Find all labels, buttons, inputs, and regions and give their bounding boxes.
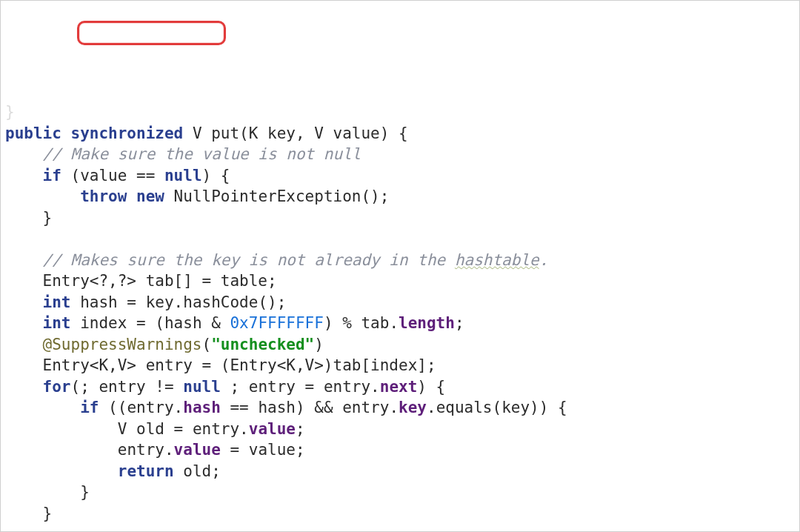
txt: ; entry = entry. (221, 378, 380, 396)
annotation: @SuppressWarnings (43, 336, 202, 353)
field-next: next (380, 378, 418, 396)
field-hash: hash (183, 399, 221, 416)
kw-null: null (164, 167, 202, 184)
code-line: Entry<?,?> tab[] = table; (43, 272, 277, 290)
indent (5, 314, 43, 332)
txt: ; (296, 420, 305, 438)
txt: ((entry. (99, 399, 183, 416)
indent-guide (5, 483, 43, 501)
indent (5, 505, 43, 522)
indent (5, 378, 43, 396)
kw-for: for (43, 378, 71, 396)
kw-return: return (118, 462, 174, 480)
kw-int: int (43, 314, 71, 332)
paren: ( (202, 336, 212, 353)
comment-dot: . (539, 251, 549, 269)
brace: } (43, 505, 53, 522)
indent (5, 336, 43, 353)
txt: ) { (417, 378, 445, 396)
indent (43, 187, 81, 205)
brace: } (43, 209, 53, 227)
txt: (value == (61, 167, 164, 184)
indent-guide (43, 441, 81, 459)
indent-guide (43, 462, 81, 480)
paren: ) (314, 336, 324, 353)
field-length: length (399, 314, 455, 332)
indent-guide (5, 187, 43, 205)
kw-null: null (183, 378, 221, 396)
indent-guide (5, 441, 43, 459)
comment-spellcheck-word: hashtable (455, 251, 539, 269)
indent (5, 209, 43, 227)
comment-line: // Make sure the value is not null (43, 145, 361, 163)
comment-line: // Makes sure the key is not already in … (43, 251, 455, 269)
txt: ) % tab. (324, 314, 399, 332)
txt: ) { (202, 167, 230, 184)
brace: } (80, 483, 90, 501)
txt: NullPointerException(); (164, 187, 389, 205)
txt: .equals(key)) { (427, 399, 567, 416)
txt: = value; (221, 441, 305, 459)
indent-guide (43, 420, 81, 438)
txt: hash = key.hashCode(); (71, 293, 287, 311)
field-value: value (249, 420, 296, 438)
kw-public: public (5, 124, 61, 142)
txt: V old = entry. (118, 420, 249, 438)
hex-literal: 0x7FFFFFFF (230, 314, 323, 332)
indent (5, 356, 43, 374)
return-type: V (193, 124, 202, 142)
indent-guide (5, 399, 43, 416)
indent (43, 399, 81, 416)
txt: (; entry != (71, 378, 184, 396)
txt: == hash) && entry. (221, 399, 399, 416)
kw-if: if (43, 167, 61, 184)
space (61, 124, 71, 142)
kw-synchronized: synchronized (71, 124, 184, 142)
txt: entry. (118, 441, 174, 459)
kw-new: new (136, 187, 164, 205)
indent (5, 293, 43, 311)
code-editor-viewport: } public synchronized V put(K key, V val… (0, 0, 800, 532)
indent-guide (5, 420, 43, 438)
code-block: } public synchronized V put(K key, V val… (5, 81, 799, 533)
string-literal: "unchecked" (211, 336, 314, 353)
space (183, 124, 193, 142)
indent (43, 483, 81, 501)
brace-fragment: } (5, 103, 15, 121)
highlight-box-synchronized (77, 21, 226, 45)
indent (80, 420, 118, 438)
indent (80, 462, 118, 480)
space (127, 187, 136, 205)
indent (5, 167, 43, 184)
code-line: Entry<K,V> entry = (Entry<K,V>)tab[index… (43, 356, 436, 374)
txt: ; (455, 314, 464, 332)
kw-int: int (43, 293, 71, 311)
txt: index = (hash & (71, 314, 230, 332)
kw-if: if (80, 399, 99, 416)
indent (5, 251, 43, 269)
txt: old; (174, 462, 221, 480)
kw-throw: throw (80, 187, 127, 205)
indent (5, 145, 43, 163)
indent (80, 441, 118, 459)
indent-guide (5, 462, 43, 480)
field-key: key (399, 399, 427, 416)
indent (5, 272, 43, 290)
method-signature: put(K key, V value) { (202, 124, 408, 142)
field-value: value (174, 441, 221, 459)
